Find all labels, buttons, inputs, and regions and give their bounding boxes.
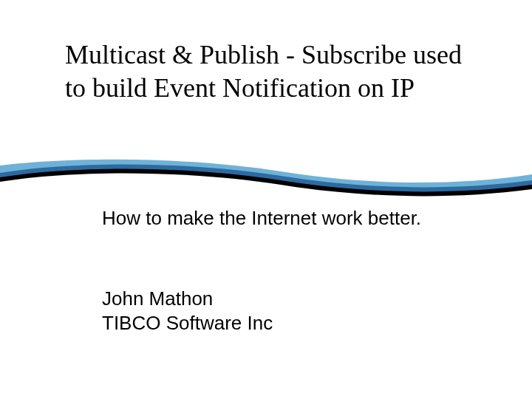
- slide-title: Multicast & Publish - Subscribe used to …: [65, 38, 479, 105]
- slide-subtitle: How to make the Internet work better.: [102, 207, 442, 230]
- author-org: TIBCO Software Inc: [102, 311, 273, 335]
- author-name: John Mathon: [102, 287, 273, 311]
- divider-wave-graphic: [0, 157, 532, 201]
- slide-author-block: John Mathon TIBCO Software Inc: [102, 287, 273, 335]
